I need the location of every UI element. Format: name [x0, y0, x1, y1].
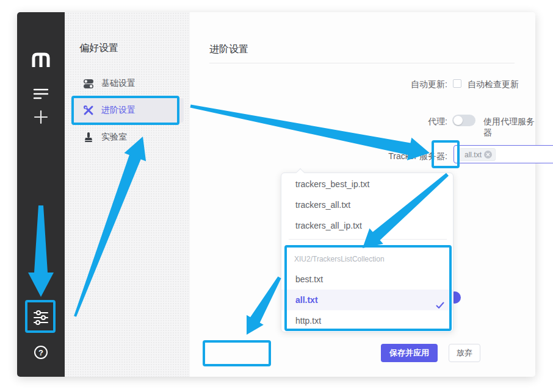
auto-update-checkbox-label: 自动检查更新: [468, 79, 519, 90]
dropdown-item[interactable]: trackers_best_ip.txt: [281, 174, 453, 194]
prefs-title: 偏好设置: [79, 42, 118, 55]
page-title: 进阶设置: [209, 43, 248, 56]
dropdown-divider: [289, 239, 447, 240]
annotation-box-chevron: [432, 140, 460, 168]
discard-button[interactable]: 放弃: [449, 344, 480, 362]
preferences-window: ? 偏好设置 基础设置: [17, 12, 535, 377]
add-task-icon[interactable]: [17, 109, 65, 125]
proxy-toggle-label: 使用代理服务器: [483, 116, 535, 138]
auto-update-label: 自动更新:: [190, 79, 447, 90]
save-apply-button[interactable]: 保存并应用: [381, 344, 438, 362]
proxy-toggle[interactable]: [452, 115, 475, 126]
task-list-icon[interactable]: [17, 88, 65, 100]
annotation-box-dropdown-group: [284, 245, 452, 331]
tracker-label: Tracker 服务器:: [190, 151, 447, 162]
annotation-box-advanced-menu: [71, 96, 179, 125]
title-divider: [209, 63, 515, 63]
help-icon[interactable]: ?: [17, 346, 65, 359]
lab-stamp-icon: [83, 132, 94, 143]
prefs-nav-panel: 偏好设置 基础设置 进阶设置: [65, 12, 190, 377]
nav-item-lab[interactable]: 实验室: [71, 125, 184, 149]
tracker-tag: all.txt: [459, 148, 496, 161]
nav-item-label: 实验室: [101, 132, 127, 143]
tracker-tag-label: all.txt: [464, 151, 482, 159]
tracker-select[interactable]: all.txt: [454, 145, 553, 163]
dropdown-item[interactable]: trackers_all.txt: [281, 194, 453, 215]
annotation-box-preferences-icon: [25, 300, 56, 333]
toggle-knob: [454, 116, 463, 125]
annotation-box-save-button: [203, 340, 271, 366]
nav-item-label: 基础设置: [101, 78, 136, 89]
nav-item-basic[interactable]: 基础设置: [71, 71, 184, 96]
motrix-logo: [17, 51, 65, 68]
tag-close-icon[interactable]: [484, 151, 492, 159]
proxy-label: 代理:: [190, 116, 447, 127]
toggles-icon: [83, 79, 94, 89]
dropdown-item[interactable]: trackers_all_ip.txt: [281, 215, 453, 236]
auto-update-checkbox[interactable]: [453, 79, 461, 88]
